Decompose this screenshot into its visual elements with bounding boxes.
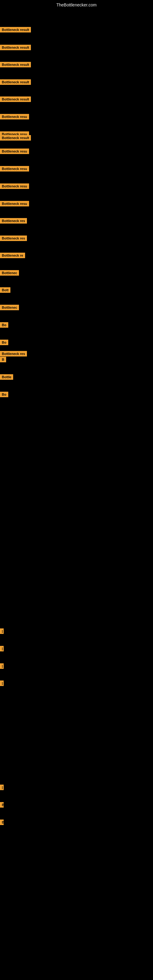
bottleneck-badge: Bo — [0, 322, 8, 328]
bottleneck-badge: Bottleneck re — [0, 253, 25, 258]
bottleneck-badge: Bottleneck resu — [0, 166, 29, 172]
bottleneck-badge: B — [0, 819, 4, 825]
bottleneck-badge: Bottleneck res — [0, 235, 27, 241]
bottleneck-badge: Bottleneck res — [0, 218, 27, 224]
bottleneck-badge: Bottleneck result — [0, 62, 31, 67]
bottleneck-badge: Bottleneck result — [0, 45, 31, 50]
bottleneck-badge: | — [0, 681, 4, 686]
bottleneck-badge: Bottleneck resu — [0, 201, 29, 207]
bottleneck-badge: Bottleneck resu — [0, 183, 29, 189]
bottleneck-badge: | — [0, 784, 4, 790]
bottleneck-badge: Bo — [0, 392, 8, 397]
bottleneck-badge: Bottleneck resu — [0, 114, 29, 119]
bottleneck-badge: | — [0, 628, 4, 634]
bottleneck-badge: Bottleneck resu — [0, 148, 29, 154]
bottleneck-badge: B — [0, 357, 6, 362]
bottleneck-badge: Bottle — [0, 374, 13, 380]
bottleneck-badge: Bottlenec — [0, 305, 19, 310]
bottleneck-badge: Bottleneck result — [0, 27, 31, 32]
bottleneck-badge: Bo — [0, 340, 8, 345]
bottleneck-badge: Bottleneck res — [0, 351, 27, 356]
bottleneck-badge: Bott — [0, 287, 10, 293]
site-title: TheBottlenecker.com — [0, 0, 153, 10]
badges-container: Bottleneck resultBottleneck resultBottle… — [0, 10, 153, 980]
bottleneck-badge: Bottleneck result — [0, 79, 31, 85]
bottleneck-badge: Bottleneck result — [0, 135, 31, 140]
bottleneck-badge: Bottleneck result — [0, 97, 31, 102]
bottleneck-badge: | — [0, 663, 4, 669]
bottleneck-badge: | — [0, 646, 4, 651]
bottleneck-badge: Bottlenec — [0, 270, 19, 275]
bottleneck-badge: B — [0, 802, 4, 808]
